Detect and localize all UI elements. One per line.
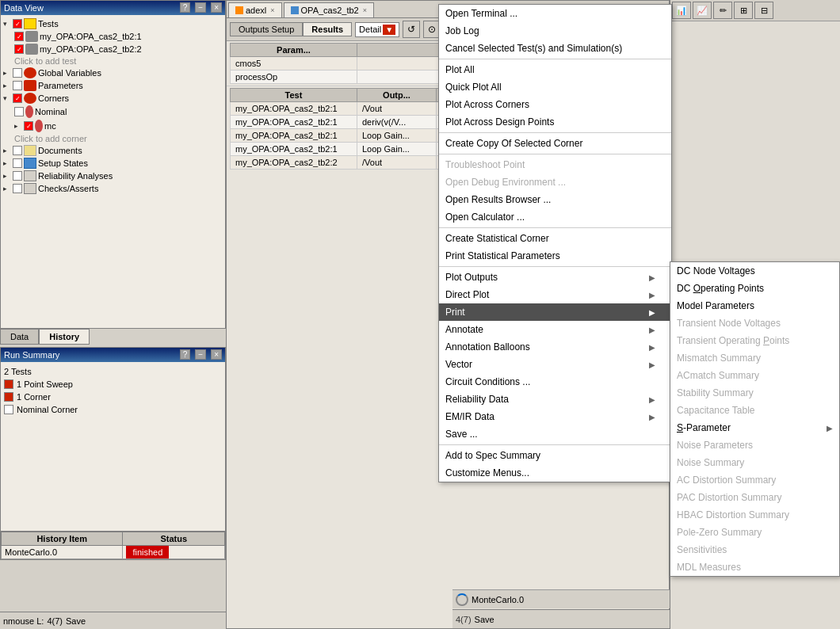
tree-corners[interactable]: ▾ ✓ Corners [3, 92, 223, 105]
global-vars-icon [24, 67, 36, 78]
menu-plot-outputs[interactable]: Plot Outputs ▶ [439, 269, 671, 286]
mc-label: mc [44, 121, 56, 131]
test2-checkbox[interactable]: ✓ [14, 44, 24, 54]
menu-plot-across-design[interactable]: Plot Across Design Points [439, 113, 671, 131]
menu-emir-data[interactable]: EM/IR Data ▶ [439, 408, 671, 425]
menu-plot-across-corners-label: Plot Across Corners [445, 99, 529, 110]
outputs-setup-tab[interactable]: Outputs Setup [230, 22, 303, 36]
refresh-btn[interactable]: ↺ [403, 21, 420, 38]
menu-annotate[interactable]: Annotate ▶ [439, 321, 671, 338]
adexl-tab-close[interactable]: × [270, 6, 274, 14]
tests-expander[interactable]: ▾ [3, 20, 13, 28]
chart-line-btn[interactable]: 📈 [693, 2, 712, 19]
reliability-checkbox[interactable] [13, 171, 22, 181]
submenu-ac-distortion-summary-label: AC Distortion Summary [677, 475, 776, 486]
parameters-checkbox[interactable] [13, 81, 22, 90]
menu-direct-plot[interactable]: Direct Plot ▶ [439, 286, 671, 303]
checks-label: Checks/Asserts [38, 184, 98, 193]
print-submenu: DC Node Voltages DC Operating Points Mod… [670, 261, 840, 577]
tests-checkbox[interactable]: ✓ [13, 19, 22, 29]
chart-bar-btn[interactable]: 📊 [672, 2, 691, 19]
submenu-s-parameter[interactable]: S-Parameter ▶ [670, 419, 839, 436]
history-row-0[interactable]: MonteCarlo.0 finished [2, 546, 225, 559]
opa-tab-close[interactable]: × [363, 6, 367, 14]
menu-cancel-test[interactable]: Cancel Selected Test(s) and Simulation(s… [439, 40, 671, 57]
tree-documents[interactable]: ▸ Documents [3, 144, 223, 157]
data-view-minimize-btn[interactable]: − [195, 2, 206, 13]
menu-print-stat-params[interactable]: Print Statistical Parameters [439, 247, 671, 265]
menu-open-results[interactable]: Open Results Browser ... [439, 191, 671, 208]
reliability-expander[interactable]: ▸ [3, 172, 13, 180]
detail-dropdown[interactable]: Detail ▼ [355, 22, 399, 37]
tree-checks[interactable]: ▸ Checks/Asserts [3, 182, 223, 195]
setup-states-checkbox[interactable] [13, 158, 22, 168]
menu-create-copy-corner[interactable]: Create Copy Of Selected Corner [439, 135, 671, 152]
documents-checkbox[interactable] [13, 146, 22, 155]
global-vars-checkbox[interactable] [13, 68, 22, 78]
mc-expander[interactable]: ▸ [14, 122, 24, 130]
submenu-dc-operating-points[interactable]: DC Operating Points [670, 280, 839, 297]
dropdown-arrow-icon[interactable]: ▼ [383, 25, 395, 35]
submenu-mismatch-summary: Mismatch Summary [670, 349, 839, 367]
documents-expander[interactable]: ▸ [3, 147, 13, 154]
data-view-close-btn[interactable]: × [211, 2, 222, 13]
click-to-add-corner[interactable]: Click to add corner [14, 133, 223, 144]
run-corner-checkbox[interactable] [4, 392, 13, 402]
test1-checkbox[interactable]: ✓ [14, 32, 24, 41]
menu-save[interactable]: Save ... [439, 425, 671, 443]
menu-sep-5 [439, 266, 671, 267]
global-vars-expander[interactable]: ▸ [3, 69, 13, 77]
corners-expander[interactable]: ▾ [3, 94, 13, 102]
menu-add-spec-summary[interactable]: Add to Spec Summary [439, 447, 671, 464]
menu-plot-across-corners[interactable]: Plot Across Corners [439, 96, 671, 113]
tree-global-vars[interactable]: ▸ Global Variables [3, 67, 223, 79]
menu-plot-all[interactable]: Plot All [439, 61, 671, 78]
opa-tab[interactable]: OPA_cas2_tb2 × [284, 2, 374, 17]
tree-parameters[interactable]: ▸ Parameters [3, 79, 223, 92]
checks-expander[interactable]: ▸ [3, 185, 13, 193]
coord-label: 4(7) [47, 616, 63, 626]
corners-checkbox[interactable]: ✓ [13, 93, 22, 103]
run-summary-close-btn[interactable]: × [211, 349, 222, 360]
export-btn[interactable]: ⊟ [754, 2, 773, 19]
menu-create-stat-corner[interactable]: Create Statistical Corner [439, 230, 671, 247]
menu-customize[interactable]: Customize Menus... [439, 464, 671, 482]
history-tab[interactable]: History [39, 329, 90, 345]
tree-test2[interactable]: ✓ my_OPA:OPA_cas2_tb2:2 [14, 43, 223, 55]
tree-reliability[interactable]: ▸ Reliability Analyses [3, 170, 223, 182]
tree-mc[interactable]: ▸ ✓ mc [14, 119, 223, 133]
menu-quick-plot-all[interactable]: Quick Plot All [439, 78, 671, 96]
run-summary-minimize-btn[interactable]: − [195, 349, 206, 360]
run-nominal-checkbox[interactable] [4, 405, 13, 414]
results-tab[interactable]: Results [303, 22, 352, 36]
result-test-2: my_OPA:OPA_cas2_tb2:1 [231, 129, 357, 143]
submenu-dc-node-voltages[interactable]: DC Node Voltages [670, 262, 839, 280]
mc-checkbox[interactable]: ✓ [24, 121, 33, 131]
menu-open-calc[interactable]: Open Calculator ... [439, 208, 671, 226]
run-sweep-checkbox[interactable] [4, 379, 13, 389]
edit-btn[interactable]: ✏ [713, 2, 732, 19]
menu-reliability-data[interactable]: Reliability Data ▶ [439, 391, 671, 408]
menu-vector[interactable]: Vector ▶ [439, 356, 671, 373]
menu-open-terminal[interactable]: Open Terminal ... [439, 5, 671, 22]
tree-test1[interactable]: ✓ my_OPA:OPA_cas2_tb2:1 [14, 30, 223, 43]
parameters-expander[interactable]: ▸ [3, 82, 13, 90]
tree-nominal[interactable]: Nominal [14, 105, 223, 119]
table-btn[interactable]: ⊞ [734, 2, 753, 19]
nominal-checkbox[interactable] [14, 107, 24, 116]
click-to-add-test[interactable]: Click to add test [14, 55, 223, 67]
submenu-model-parameters[interactable]: Model Parameters [670, 297, 839, 314]
data-tab[interactable]: Data [0, 329, 39, 345]
run-summary-help-btn[interactable]: ? [180, 349, 191, 360]
menu-print[interactable]: Print ▶ [439, 303, 671, 321]
menu-circuit-conditions[interactable]: Circuit Conditions ... [439, 373, 671, 391]
menu-job-log[interactable]: Job Log [439, 22, 671, 40]
tree-tests[interactable]: ▾ ✓ Tests [3, 17, 223, 30]
data-view-help-btn[interactable]: ? [180, 2, 191, 13]
menu-annotation-balloons[interactable]: Annotation Balloons ▶ [439, 338, 671, 356]
tree-setup-states[interactable]: ▸ Setup States [3, 157, 223, 170]
parameters-label: Parameters [38, 81, 83, 90]
adexl-tab[interactable]: adexl × [228, 2, 282, 17]
setup-states-expander[interactable]: ▸ [3, 159, 13, 167]
checks-checkbox[interactable] [13, 184, 22, 193]
